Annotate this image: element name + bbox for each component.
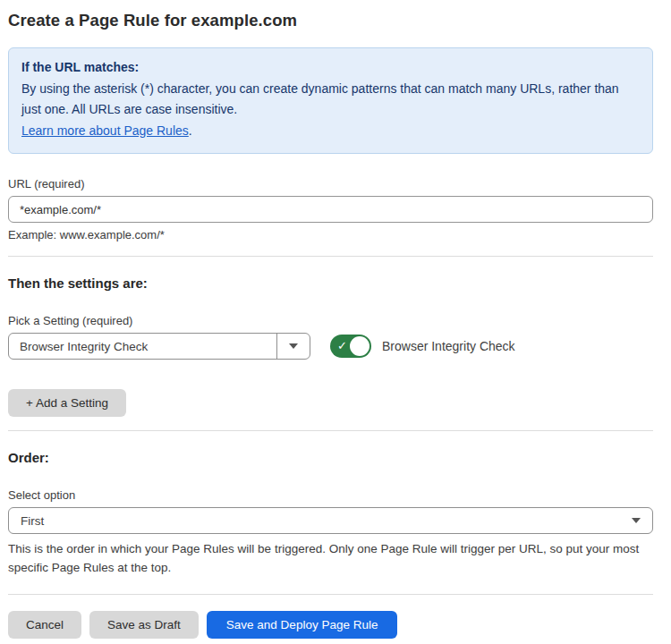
url-field-label: URL (required) <box>8 177 653 191</box>
toggle-label: Browser Integrity Check <box>382 339 515 353</box>
url-input[interactable] <box>8 196 653 223</box>
link-period: . <box>189 123 192 138</box>
info-box-heading: If the URL matches: <box>21 57 640 79</box>
create-page-rule-panel: Create a Page Rule for example.com If th… <box>0 0 671 644</box>
order-select[interactable]: First <box>8 507 653 534</box>
browser-integrity-toggle[interactable]: ✓ <box>330 335 371 358</box>
add-setting-button[interactable]: + Add a Setting <box>8 389 126 417</box>
url-example-helper: Example: www.example.com/* <box>8 228 653 242</box>
toggle-knob <box>350 336 369 356</box>
setting-dropdown[interactable]: Browser Integrity Check <box>8 333 310 360</box>
info-box-link-line: Learn more about Page Rules. <box>21 121 640 142</box>
pick-setting-label: Pick a Setting (required) <box>8 314 653 327</box>
learn-more-link[interactable]: Learn more about Page Rules <box>21 123 189 138</box>
url-match-info-box: If the URL matches: By using the asteris… <box>8 47 653 154</box>
order-select-value: First <box>21 514 44 528</box>
chevron-down-icon <box>632 518 641 523</box>
divider <box>8 430 653 431</box>
chevron-down-icon <box>289 343 298 349</box>
setting-row: Browser Integrity Check ✓ Browser Integr… <box>8 333 653 360</box>
footer-actions: Cancel Save as Draft Save and Deploy Pag… <box>8 611 653 639</box>
page-title: Create a Page Rule for example.com <box>8 11 653 30</box>
setting-dropdown-value: Browser Integrity Check <box>9 334 276 359</box>
settings-section-heading: Then the settings are: <box>8 275 653 291</box>
cancel-button[interactable]: Cancel <box>8 611 81 639</box>
setting-dropdown-arrow-button[interactable] <box>276 334 310 359</box>
save-and-deploy-button[interactable]: Save and Deploy Page Rule <box>207 611 398 639</box>
order-helper-text: This is the order in which your Page Rul… <box>8 539 653 577</box>
divider <box>8 256 653 257</box>
order-section-heading: Order: <box>8 450 653 465</box>
divider <box>8 594 653 595</box>
order-select-label: Select option <box>8 488 653 502</box>
check-icon: ✓ <box>337 340 347 352</box>
save-as-draft-button[interactable]: Save as Draft <box>89 611 199 639</box>
info-box-body: By using the asterisk (*) character, you… <box>21 79 640 121</box>
